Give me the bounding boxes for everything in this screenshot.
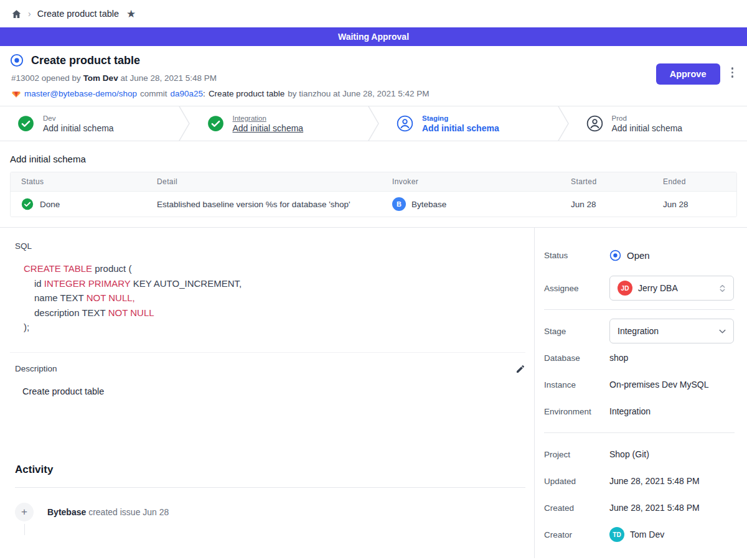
issue-header: Create product table #13002 opened by To… xyxy=(0,46,747,106)
column-invoker: Invoker xyxy=(382,177,560,186)
environment-value[interactable]: Integration xyxy=(609,406,651,416)
stage-env-label: Staging xyxy=(422,114,499,122)
task-table: Status Detail Invoker Started Ended Done… xyxy=(10,172,737,217)
divider xyxy=(10,352,525,353)
issue-number: #13002 opened by xyxy=(11,73,81,83)
waiting-approval-banner: Waiting Approval xyxy=(0,27,747,46)
sql-line: CREATE TABLE product ( xyxy=(24,261,525,276)
issue-header-actions: Approve xyxy=(656,54,736,98)
invoker-name: Bytebase xyxy=(411,200,446,209)
assignee-select[interactable]: JD Jerry DBA xyxy=(609,276,734,301)
assignee-avatar: JD xyxy=(618,281,632,296)
instance-value[interactable]: On-premises Dev MySQL xyxy=(609,380,708,390)
divider xyxy=(15,487,525,488)
breadcrumb-page-title[interactable]: Create product table xyxy=(37,9,119,19)
user-circle-icon xyxy=(586,115,603,132)
stage-task-label: Add initial schema xyxy=(612,123,683,133)
task-section: Add initial schema Status Detail Invoker… xyxy=(0,141,747,217)
stage-env-label: Integration xyxy=(233,114,304,122)
description-content[interactable]: Create product table xyxy=(22,386,525,396)
sql-line: id INTEGER PRIMARY KEY AUTO_INCREMENT, xyxy=(24,276,525,291)
stage-dev[interactable]: Dev Add initial schema xyxy=(0,106,179,141)
updated-label: Updated xyxy=(544,477,609,486)
database-label: Database xyxy=(544,353,609,363)
task-started-cell: Jun 28 xyxy=(560,200,652,209)
task-detail-cell: Established baseline version %s for data… xyxy=(146,200,382,209)
task-section-title: Add initial schema xyxy=(10,154,737,164)
creator-avatar: TD xyxy=(609,527,624,542)
stage-separator xyxy=(368,106,379,141)
gitlab-tanuki-icon xyxy=(11,88,21,98)
stage-staging[interactable]: Staging Add initial schema xyxy=(379,106,558,141)
activity-title: Activity xyxy=(15,464,525,476)
stage-prod[interactable]: Prod Add initial schema xyxy=(569,106,747,141)
main-content: SQL CREATE TABLE product ( id INTEGER PR… xyxy=(0,228,534,558)
pipeline-stages: Dev Add initial schema Integration Add i… xyxy=(0,106,747,141)
kebab-menu-icon[interactable] xyxy=(729,63,736,82)
task-status-cell: Done xyxy=(11,198,146,210)
commit-label: commit xyxy=(140,89,167,98)
stage-env-label: Dev xyxy=(43,114,114,122)
approve-button[interactable]: Approve xyxy=(656,63,720,85)
user-circle-icon xyxy=(397,115,413,132)
status-label: Status xyxy=(544,251,609,260)
branch-link[interactable]: master@bytebase-demo/shop xyxy=(24,89,137,98)
breadcrumb: › Create product table ★ xyxy=(0,0,747,27)
stage-task-label: Add initial schema xyxy=(233,123,304,133)
opener-name: Tom Dev xyxy=(83,73,118,83)
stage-separator xyxy=(179,106,190,141)
bytebase-avatar: B xyxy=(392,197,406,211)
column-detail: Detail xyxy=(146,177,382,186)
commit-hash-link[interactable]: da90a25 xyxy=(171,89,204,98)
star-icon[interactable]: ★ xyxy=(126,9,136,19)
column-status: Status xyxy=(11,177,146,186)
stage-task-label: Add initial schema xyxy=(422,123,499,133)
task-invoker-cell: B Bytebase xyxy=(382,197,560,211)
status-value: Open xyxy=(627,250,650,261)
sql-code-block: CREATE TABLE product ( id INTEGER PRIMAR… xyxy=(24,261,525,335)
commit-author-time: by tianzhou at June 28, 2021 5:42 PM xyxy=(288,89,429,98)
column-started: Started xyxy=(560,177,652,186)
divider xyxy=(544,309,735,310)
creator-label: Creator xyxy=(544,530,609,539)
commit-colon: : xyxy=(203,89,205,98)
task-status-text: Done xyxy=(40,200,60,209)
check-circle-icon xyxy=(17,115,34,132)
activity-item: + Bytebase created issue Jun 28 xyxy=(15,503,525,521)
stage-select[interactable]: Integration xyxy=(609,319,734,343)
creator-value: Tom Dev xyxy=(630,530,664,539)
stage-env-label: Prod xyxy=(612,114,683,122)
pencil-icon[interactable] xyxy=(515,364,525,374)
activity-action: created issue Jun 28 xyxy=(88,507,169,517)
sql-line: ); xyxy=(24,320,525,335)
timeline-connector xyxy=(24,524,25,535)
sql-line: name TEXT NOT NULL, xyxy=(24,291,525,306)
sql-line: description TEXT NOT NULL xyxy=(24,306,525,320)
sql-label: SQL xyxy=(15,241,525,251)
environment-label: Environment xyxy=(544,407,609,416)
home-icon[interactable] xyxy=(11,9,22,19)
stage-separator xyxy=(558,106,569,141)
description-label: Description xyxy=(15,364,57,373)
commit-row: master@bytebase-demo/shop commit da90a25… xyxy=(11,88,430,98)
column-ended: Ended xyxy=(652,177,736,186)
stage-task-label: Add initial schema xyxy=(43,123,114,133)
open-circle-dot-icon xyxy=(10,54,24,67)
chevron-right-icon: › xyxy=(28,9,31,19)
stage-integration[interactable]: Integration Add initial schema xyxy=(190,106,369,141)
project-label: Project xyxy=(544,450,609,459)
divider xyxy=(544,432,735,433)
open-circle-dot-icon xyxy=(609,250,621,261)
project-value[interactable]: Shop (Git) xyxy=(609,449,649,459)
table-row[interactable]: Done Established baseline version %s for… xyxy=(11,191,736,217)
database-value[interactable]: shop xyxy=(609,353,628,363)
task-ended-cell: Jun 28 xyxy=(652,200,736,209)
instance-label: Instance xyxy=(544,380,609,390)
plus-icon: + xyxy=(15,503,34,521)
commit-message: Create product table xyxy=(209,89,284,98)
activity-actor: Bytebase xyxy=(47,507,86,517)
issue-meta: #13002 opened by Tom Dev at June 28, 202… xyxy=(11,73,430,83)
page-title: Create product table xyxy=(31,54,140,67)
created-value: June 28, 2021 5:48 PM xyxy=(609,503,700,513)
table-header-row: Status Detail Invoker Started Ended xyxy=(11,172,736,191)
